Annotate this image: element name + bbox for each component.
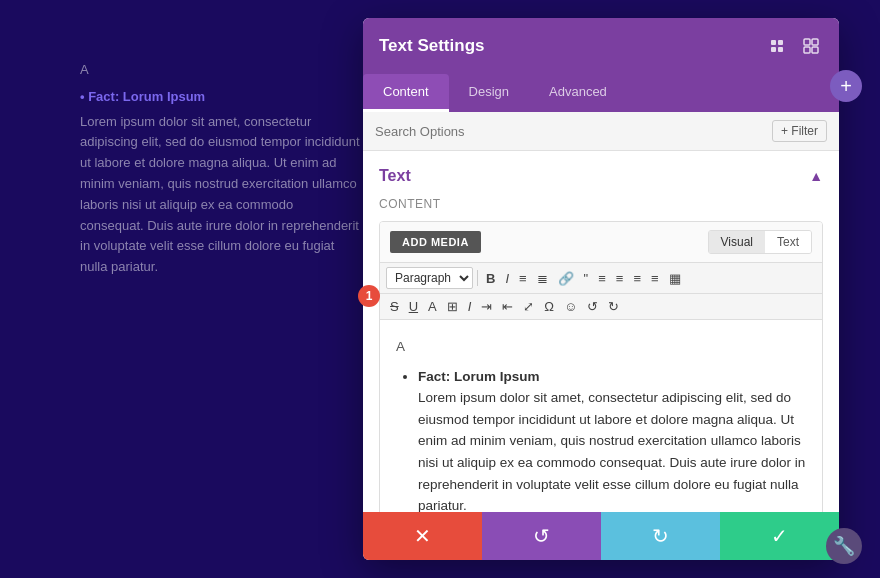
editor-body-text: Lorem ipsum dolor sit amet, consectetur … [418,390,805,512]
expand-icon[interactable] [799,34,823,58]
italic2-button[interactable]: I [464,298,476,315]
save-button[interactable]: ✓ [720,512,839,560]
editor-area: ADD MEDIA Visual Text Paragraph B I ≡ ≣ … [379,221,823,512]
modal-header: Text Settings [363,18,839,74]
content-label: Content [379,197,823,211]
link-button[interactable]: 🔗 [554,270,578,287]
search-bar: + Filter [363,112,839,151]
svg-rect-7 [812,47,818,53]
align-left-button[interactable]: ≡ [594,270,610,287]
editor-list: Fact: Lorum Ipsum Lorem ipsum dolor sit … [396,366,806,512]
paragraph-select[interactable]: Paragraph [386,267,473,289]
section-title: Text [379,167,411,185]
ordered-list-button[interactable]: ≣ [533,270,552,287]
number-badge: 1 [358,285,380,307]
search-input[interactable] [375,124,772,139]
italic-button[interactable]: I [501,270,513,287]
blockquote-button[interactable]: " [580,270,593,287]
svg-rect-0 [771,40,776,45]
bold-button[interactable]: B [482,270,499,287]
wrench-button[interactable]: 🔧 [826,528,862,564]
fullscreen-button[interactable]: ⤢ [519,298,538,315]
svg-rect-3 [778,47,783,52]
undo-button[interactable]: ↺ [583,298,602,315]
redo-button[interactable]: ↻ [604,298,623,315]
strikethrough-button[interactable]: S [386,298,403,315]
cancel-button[interactable]: ✕ [363,512,482,560]
add-media-button[interactable]: ADD MEDIA [390,231,481,253]
visual-text-toggle: Visual Text [708,230,812,254]
editor-list-item: Fact: Lorum Ipsum Lorem ipsum dolor sit … [418,366,806,512]
svg-rect-2 [771,47,776,52]
editor-body[interactable]: A Fact: Lorum Ipsum Lorem ipsum dolor si… [380,320,822,512]
svg-rect-4 [804,39,810,45]
editor-bullet-bold: Fact: Lorum Ipsum [418,369,540,384]
undo-footer-button[interactable]: ↺ [482,512,601,560]
align-center-button[interactable]: ≡ [612,270,628,287]
toolbar-separator-1 [477,270,478,286]
filter-button[interactable]: + Filter [772,120,827,142]
svg-rect-1 [778,40,783,45]
underline-button[interactable]: U [405,298,422,315]
tab-advanced[interactable]: Advanced [529,74,627,112]
svg-rect-6 [804,47,810,53]
editor-toolbar-row2: S U A ⊞ I ⇥ ⇤ ⤢ Ω ☺ ↺ ↻ [380,294,822,320]
modal-header-icons [765,34,823,58]
indent-button[interactable]: ⇥ [477,298,496,315]
editor-letter-a: A [396,336,806,358]
font-color-button[interactable]: A [424,298,441,315]
editor-top-bar: ADD MEDIA Visual Text [380,222,822,263]
modal-title: Text Settings [379,36,484,56]
svg-rect-5 [812,39,818,45]
tab-content[interactable]: Content [363,74,449,112]
align-justify-button[interactable]: ≡ [647,270,663,287]
section-header: Text ▲ [379,167,823,185]
bg-letter-a: A [80,60,360,81]
bg-bullet-text: • Fact: Lorum Ipsum [80,87,360,108]
visual-button[interactable]: Visual [709,231,765,253]
align-right-button[interactable]: ≡ [629,270,645,287]
modal-footer: ✕ ↺ ↻ ✓ [363,512,839,560]
indent-out-button[interactable]: ⊞ [443,298,462,315]
bg-body-text: Lorem ipsum dolor sit amet, consectetur … [80,112,360,278]
emoji-button[interactable]: ☺ [560,298,581,315]
settings-icon[interactable] [765,34,789,58]
text-settings-modal: Text Settings Content Design Advanced [363,18,839,560]
special-char-button[interactable]: Ω [540,298,558,315]
add-plus-button[interactable]: + [830,70,862,102]
collapse-icon[interactable]: ▲ [809,168,823,184]
redo-footer-button[interactable]: ↻ [601,512,720,560]
table-button[interactable]: ▦ [665,270,685,287]
background-content: A • Fact: Lorum Ipsum Lorem ipsum dolor … [80,60,360,278]
tab-design[interactable]: Design [449,74,529,112]
outdent-button[interactable]: ⇤ [498,298,517,315]
modal-tabs: Content Design Advanced [363,74,839,112]
editor-toolbar-row1: Paragraph B I ≡ ≣ 🔗 " ≡ ≡ ≡ ≡ ▦ [380,263,822,294]
modal-content-area[interactable]: Text ▲ Content ADD MEDIA Visual Text Par… [363,151,839,512]
text-button[interactable]: Text [765,231,811,253]
unordered-list-button[interactable]: ≡ [515,270,531,287]
